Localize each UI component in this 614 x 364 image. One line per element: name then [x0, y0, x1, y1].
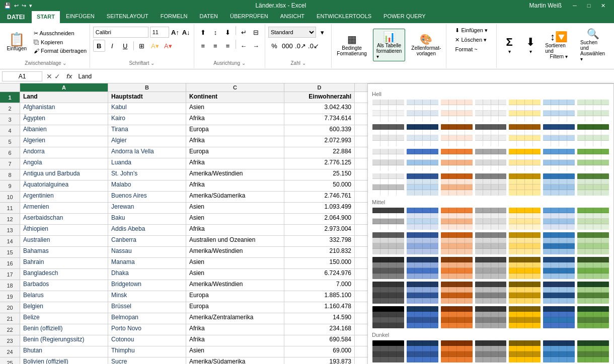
cancel-formula-icon[interactable]: ✕	[46, 72, 52, 80]
cell-land[interactable]: Armenien	[20, 203, 108, 214]
style-item-yellow-light[interactable]	[508, 99, 541, 122]
cell-land[interactable]: Argentinien	[20, 192, 108, 203]
cell-einwohner[interactable]: 1.885.100	[284, 291, 355, 302]
cell-kontinent[interactable]: Asien	[186, 269, 284, 280]
col-header-d[interactable]: D	[284, 83, 355, 92]
cut-btn[interactable]: ✂ Ausschneiden	[32, 29, 89, 38]
style-item-mid-blue7[interactable]	[543, 281, 575, 304]
cell-kontinent[interactable]: Amerika/Westindien	[186, 280, 284, 291]
cell-einwohner[interactable]: 25.150	[284, 169, 355, 180]
cell-einwohner[interactable]: 14.590	[284, 313, 355, 324]
cell-land[interactable]: Barbados	[20, 280, 108, 291]
cell-hauptstadt[interactable]: Canberra	[108, 236, 186, 247]
window-controls[interactable]: ─ □ ✕	[568, 0, 610, 11]
tab-start[interactable]: START	[32, 11, 60, 23]
cell-hauptstadt[interactable]: Manama	[108, 258, 186, 269]
cell-kontinent[interactable]: Afrika	[186, 158, 284, 169]
cell-kontinent[interactable]: Europa	[186, 291, 284, 302]
number-format-select[interactable]: Standard Zahl Währung	[268, 27, 316, 38]
cell-hauptstadt[interactable]: Luanda	[108, 158, 186, 169]
style-item-mid-orange3[interactable]	[440, 232, 473, 255]
style-item-band-blue2[interactable]	[543, 173, 575, 196]
cell-hauptstadt[interactable]: Addis Abeba	[108, 225, 186, 236]
style-item-dark-blue2[interactable]	[543, 340, 575, 363]
cell-kontinent[interactable]: Amerika/Südamerika	[186, 192, 284, 203]
style-item-mid-dark5[interactable]	[372, 281, 405, 304]
style-item-blue-light[interactable]	[406, 99, 439, 122]
style-item-band-blue[interactable]	[406, 173, 439, 196]
cell-land[interactable]: Äthiopien	[20, 225, 108, 236]
formula-content[interactable]: Land	[76, 72, 612, 81]
style-item-mid-blue4[interactable]	[543, 232, 575, 255]
cell-kontinent[interactable]: Afrika	[186, 324, 284, 335]
einfuegen-btn[interactable]: ⬇ Einfügen ▾	[453, 26, 490, 35]
cell-hauptstadt[interactable]: Algier	[108, 136, 186, 147]
cell-land[interactable]: Bolivien (offiziell)	[20, 357, 108, 364]
cell-kontinent[interactable]: Europa	[186, 147, 284, 158]
cell-kontinent[interactable]: Afrika	[186, 180, 284, 192]
align-bottom-btn[interactable]: ⬇	[222, 26, 234, 38]
style-item-gray-header[interactable]	[475, 124, 507, 147]
indent-inc-btn[interactable]: →	[250, 40, 262, 52]
align-top-btn[interactable]: ⬆	[197, 26, 209, 38]
cell-reference-input[interactable]	[2, 71, 42, 81]
style-item-stripe-green[interactable]	[577, 148, 609, 171]
row-num-17[interactable]: 17	[0, 269, 20, 280]
cell-land[interactable]: Äquatorialguinea	[20, 180, 108, 192]
row-num-1[interactable]: 1	[0, 92, 20, 103]
style-item-mid-orange[interactable]	[440, 207, 473, 230]
font-family-input[interactable]	[93, 27, 148, 38]
cell-land[interactable]: Andorra	[20, 147, 108, 158]
style-item-plain-dark-header[interactable]	[372, 124, 405, 147]
row-num-18[interactable]: 18	[0, 280, 20, 291]
cell-land[interactable]: Belgien	[20, 302, 108, 313]
style-item-band-gray[interactable]	[475, 173, 507, 196]
cell-hauptstadt[interactable]: Nassau	[108, 247, 186, 258]
style-item-mid-gray3[interactable]	[475, 232, 507, 255]
quick-redo[interactable]: ↪	[22, 3, 26, 9]
style-item-stripe-orange[interactable]	[440, 148, 473, 171]
cell-land[interactable]: Bahamas	[20, 247, 108, 258]
increase-decimal-btn[interactable]: .0↗	[294, 40, 306, 52]
increase-font-btn[interactable]: A↑	[171, 26, 180, 38]
style-item-mid-blue8[interactable]	[406, 306, 439, 329]
cell-hauptstadt[interactable]: Bridgetown	[108, 280, 186, 291]
cell-einwohner[interactable]: 2.746.761	[284, 192, 355, 203]
style-item-mid-blue6[interactable]	[543, 256, 575, 280]
cell-hauptstadt[interactable]: Porto Novo	[108, 324, 186, 335]
row-num-20[interactable]: 20	[0, 302, 20, 313]
cell-kontinent[interactable]: Asien	[186, 214, 284, 225]
als-tabelle-btn[interactable]: 📊 Als Tabelle formatieren ▾	[373, 29, 406, 61]
style-item-dark-gray[interactable]	[475, 340, 507, 363]
row-num-14[interactable]: 14	[0, 236, 20, 247]
style-item-gray-light[interactable]	[475, 99, 507, 122]
maximize-btn[interactable]: □	[582, 0, 596, 11]
row-num-2[interactable]: 2	[0, 103, 20, 114]
style-item-mid-gray[interactable]	[475, 207, 507, 230]
align-right-btn[interactable]: ≡	[222, 40, 234, 52]
style-item-dark-blue[interactable]	[406, 340, 439, 363]
align-center-btn[interactable]: ≡	[210, 40, 221, 52]
cell-hauptstadt[interactable]: Andorra la Vella	[108, 147, 186, 158]
underline-btn[interactable]: U	[119, 40, 131, 52]
tab-daten[interactable]: DATEN	[194, 11, 224, 23]
cell-kontinent[interactable]: Asien	[186, 346, 284, 357]
row-num-4[interactable]: 4	[0, 125, 20, 136]
row-num-25[interactable]: 25	[0, 357, 20, 364]
row-num-5[interactable]: 5	[0, 136, 20, 147]
decrease-decimal-btn[interactable]: .0↙	[308, 40, 320, 52]
cell-hauptstadt[interactable]: Tirana	[108, 125, 186, 136]
cell-hauptstadt[interactable]: St. John's	[108, 169, 186, 180]
bedingte-formatierung-btn[interactable]: ▦ Bedingte Formatierung	[334, 32, 369, 58]
row-num-21[interactable]: 21	[0, 313, 20, 324]
cell-hauptstadt[interactable]: Kairo	[108, 114, 186, 125]
cell-kontinent[interactable]: Asien	[186, 203, 284, 214]
paste-btn[interactable]: 📋 Einfügen	[3, 32, 31, 52]
cell-hauptstadt[interactable]: Thimphu	[108, 346, 186, 357]
style-item-mid-green[interactable]	[577, 207, 609, 230]
cell-land[interactable]: Antigua und Barbuda	[20, 169, 108, 180]
cell-land[interactable]: Aserbaidschan	[20, 214, 108, 225]
cell-kontinent[interactable]: Asien	[186, 103, 284, 114]
wrap-text-btn[interactable]: ↵	[238, 26, 250, 38]
style-item-mid-yellow5[interactable]	[508, 256, 541, 280]
